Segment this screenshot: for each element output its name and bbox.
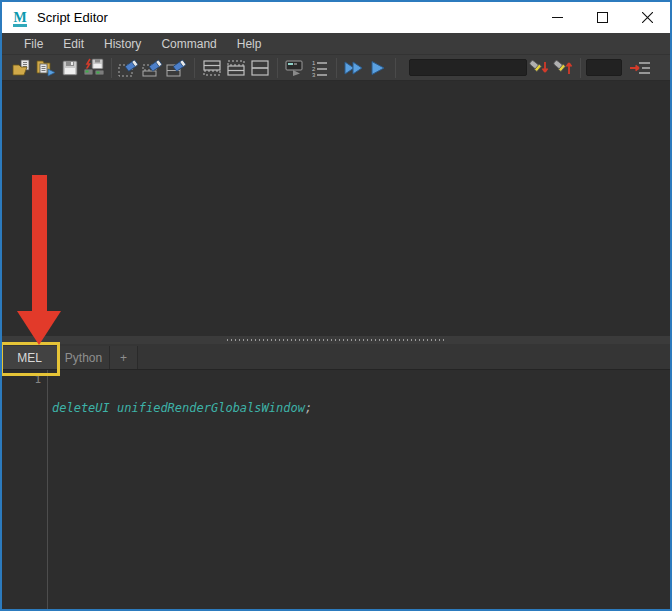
clear-history-icon[interactable] bbox=[117, 57, 141, 79]
close-button[interactable] bbox=[625, 2, 670, 33]
execute-icon[interactable] bbox=[366, 57, 390, 79]
splitter-grip-icon bbox=[227, 339, 445, 341]
annotation-arrow-shaft bbox=[32, 175, 47, 312]
line-number-gutter: 1 bbox=[2, 370, 48, 609]
line-numbers-icon[interactable]: 1 2 3 bbox=[307, 57, 331, 79]
title-bar: M Script Editor bbox=[2, 2, 670, 33]
tab-bar: MEL Python + bbox=[2, 344, 670, 370]
window-controls bbox=[535, 2, 670, 33]
code-separator bbox=[110, 401, 117, 415]
menu-command[interactable]: Command bbox=[151, 33, 226, 54]
menu-help[interactable]: Help bbox=[227, 33, 272, 54]
toolbar: 1 2 3 bbox=[2, 55, 670, 81]
search-up-icon[interactable] bbox=[551, 57, 575, 79]
toolbar-separator bbox=[111, 58, 112, 78]
svg-text:3: 3 bbox=[312, 72, 316, 77]
code-line: deleteUI unifiedRenderGlobalsWindow; bbox=[52, 401, 670, 415]
toolbar-separator bbox=[395, 58, 396, 78]
search-input[interactable] bbox=[409, 59, 527, 76]
code-command: deleteUI bbox=[52, 401, 110, 415]
toolbar-separator bbox=[336, 58, 337, 78]
save-to-shelf-icon[interactable] bbox=[82, 57, 106, 79]
code-editor[interactable]: deleteUI unifiedRenderGlobalsWindow; bbox=[48, 370, 670, 609]
pane-history-only-icon[interactable] bbox=[224, 57, 248, 79]
add-tab-button[interactable]: + bbox=[110, 346, 138, 369]
open-script-icon[interactable] bbox=[10, 57, 34, 79]
pane-splitter[interactable] bbox=[2, 336, 670, 344]
clear-all-icon[interactable] bbox=[165, 57, 189, 79]
minimize-button[interactable] bbox=[535, 2, 580, 33]
code-argument: unifiedRenderGlobalsWindow bbox=[117, 401, 305, 415]
search-down-icon[interactable] bbox=[527, 57, 551, 79]
maya-logo-icon: M bbox=[11, 9, 29, 27]
menu-file[interactable]: File bbox=[14, 33, 53, 54]
toolbar-separator bbox=[277, 58, 278, 78]
menu-bar: File Edit History Command Help bbox=[2, 33, 670, 55]
goto-line-icon[interactable] bbox=[628, 57, 652, 79]
echo-commands-icon[interactable] bbox=[283, 57, 307, 79]
clear-input-icon[interactable] bbox=[141, 57, 165, 79]
window-title: Script Editor bbox=[37, 10, 108, 25]
code-terminator: ; bbox=[305, 401, 312, 415]
menu-edit[interactable]: Edit bbox=[53, 33, 94, 54]
annotation-highlight-box bbox=[0, 342, 60, 376]
toolbar-separator bbox=[580, 58, 581, 78]
toolbar-separator bbox=[194, 58, 195, 78]
maximize-button[interactable] bbox=[580, 2, 625, 33]
pane-split-icon[interactable] bbox=[248, 57, 272, 79]
annotation-arrow-head-icon bbox=[17, 311, 61, 345]
input-pane[interactable]: 1 deleteUI unifiedRenderGlobalsWindow; bbox=[2, 370, 670, 609]
execute-all-icon[interactable] bbox=[342, 57, 366, 79]
tab-python[interactable]: Python bbox=[58, 346, 110, 369]
pane-input-only-icon[interactable] bbox=[200, 57, 224, 79]
history-pane[interactable] bbox=[2, 81, 670, 336]
menu-history[interactable]: History bbox=[94, 33, 151, 54]
save-script-icon[interactable] bbox=[58, 57, 82, 79]
load-script-icon[interactable] bbox=[34, 57, 58, 79]
script-editor-window: M Script Editor File Edit History Comman… bbox=[0, 0, 672, 611]
goto-line-input[interactable] bbox=[586, 59, 622, 76]
